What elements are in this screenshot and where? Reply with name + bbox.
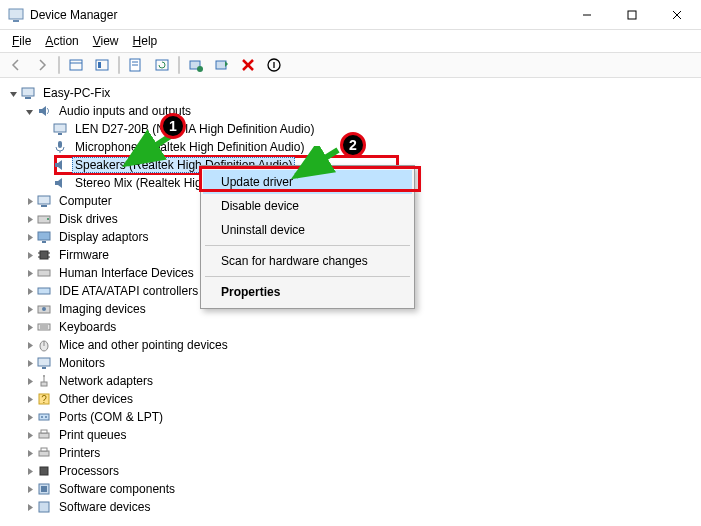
svg-rect-23 bbox=[58, 133, 62, 135]
expander-closed-icon[interactable] bbox=[22, 410, 36, 424]
tree-category-label: IDE ATA/ATAPI controllers bbox=[56, 283, 201, 299]
refresh-button[interactable] bbox=[150, 54, 174, 76]
tree-category-network[interactable]: Network adapters bbox=[4, 372, 697, 390]
forward-button[interactable] bbox=[30, 54, 54, 76]
tree-item-label: LEN D27-20B (NVIDIA High Definition Audi… bbox=[72, 121, 317, 137]
title-bar: Device Manager bbox=[0, 0, 701, 30]
monitor-icon bbox=[36, 355, 52, 371]
svg-rect-57 bbox=[39, 451, 49, 456]
printer-icon bbox=[36, 445, 52, 461]
expander-open-icon[interactable] bbox=[22, 104, 36, 118]
speaker-icon bbox=[52, 175, 68, 191]
menu-bar: File Action View Help bbox=[0, 30, 701, 52]
help-topics-button[interactable] bbox=[90, 54, 114, 76]
svg-rect-45 bbox=[38, 358, 50, 366]
tree-root[interactable]: Easy-PC-Fix bbox=[4, 84, 697, 102]
ctx-scan-hardware[interactable]: Scan for hardware changes bbox=[203, 249, 412, 273]
svg-rect-36 bbox=[38, 270, 50, 276]
tree-category-keyboards[interactable]: Keyboards bbox=[4, 318, 697, 336]
ctx-properties[interactable]: Properties bbox=[203, 280, 412, 304]
svg-point-15 bbox=[197, 66, 203, 72]
expander-closed-icon[interactable] bbox=[22, 338, 36, 352]
expander-closed-icon[interactable] bbox=[22, 428, 36, 442]
show-hide-console-button[interactable] bbox=[64, 54, 88, 76]
close-button[interactable] bbox=[654, 0, 699, 30]
tree-category-processors[interactable]: Processors bbox=[4, 462, 697, 480]
svg-rect-20 bbox=[22, 88, 34, 96]
back-button[interactable] bbox=[4, 54, 28, 76]
svg-point-39 bbox=[42, 307, 46, 311]
tree-item-label: Microphone (Realtek High Definition Audi… bbox=[72, 139, 307, 155]
ctx-separator bbox=[205, 245, 410, 246]
scan-hardware-button[interactable] bbox=[210, 54, 234, 76]
tree-category-printers[interactable]: Printers bbox=[4, 444, 697, 462]
tree-category-label: Network adapters bbox=[56, 373, 156, 389]
svg-rect-22 bbox=[54, 124, 66, 132]
tree-item-lenovo[interactable]: LEN D27-20B (NVIDIA High Definition Audi… bbox=[4, 120, 697, 138]
svg-point-49 bbox=[43, 375, 45, 377]
tree-category-swdev[interactable]: Software devices bbox=[4, 498, 697, 516]
speaker-icon bbox=[36, 103, 52, 119]
expander-closed-icon[interactable] bbox=[22, 284, 36, 298]
ctx-disable-device[interactable]: Disable device bbox=[203, 194, 412, 218]
svg-rect-6 bbox=[70, 60, 82, 70]
svg-rect-40 bbox=[38, 324, 50, 330]
speaker-icon bbox=[52, 157, 68, 173]
tree-category-label: Audio inputs and outputs bbox=[56, 103, 194, 119]
minimize-button[interactable] bbox=[564, 0, 609, 30]
svg-text:?: ? bbox=[41, 394, 47, 405]
expander-closed-icon[interactable] bbox=[22, 230, 36, 244]
chip-icon bbox=[36, 247, 52, 263]
tree-category-ports[interactable]: Ports (COM & LPT) bbox=[4, 408, 697, 426]
app-icon bbox=[8, 7, 24, 23]
svg-point-54 bbox=[45, 416, 47, 418]
svg-rect-58 bbox=[41, 448, 47, 451]
expander-closed-icon[interactable] bbox=[22, 482, 36, 496]
tree-category-audio[interactable]: Audio inputs and outputs bbox=[4, 102, 697, 120]
menu-view[interactable]: View bbox=[87, 32, 125, 50]
menu-file[interactable]: File bbox=[6, 32, 37, 50]
expander-closed-icon[interactable] bbox=[22, 464, 36, 478]
expander-closed-icon[interactable] bbox=[22, 374, 36, 388]
expander-open-icon[interactable] bbox=[6, 86, 20, 100]
toolbar bbox=[0, 52, 701, 78]
tree-category-swcomp[interactable]: Software components bbox=[4, 480, 697, 498]
expander-closed-icon[interactable] bbox=[22, 446, 36, 460]
tree-category-monitors[interactable]: Monitors bbox=[4, 354, 697, 372]
update-driver-button[interactable] bbox=[184, 54, 208, 76]
menu-help[interactable]: Help bbox=[127, 32, 164, 50]
tree-item-microphone[interactable]: Microphone (Realtek High Definition Audi… bbox=[4, 138, 697, 156]
ctx-update-driver[interactable]: Update driver bbox=[203, 170, 412, 194]
tree-category-printq[interactable]: Print queues bbox=[4, 426, 697, 444]
tree-category-label: Keyboards bbox=[56, 319, 119, 335]
uninstall-device-button[interactable] bbox=[236, 54, 260, 76]
window-title: Device Manager bbox=[30, 8, 564, 22]
ctx-uninstall-device[interactable]: Uninstall device bbox=[203, 218, 412, 242]
controller-icon bbox=[36, 283, 52, 299]
expander-closed-icon[interactable] bbox=[22, 320, 36, 334]
expander-closed-icon[interactable] bbox=[22, 500, 36, 514]
menu-action[interactable]: Action bbox=[39, 32, 84, 50]
expander-closed-icon[interactable] bbox=[22, 392, 36, 406]
computer-icon bbox=[20, 85, 36, 101]
tree-category-other[interactable]: ?Other devices bbox=[4, 390, 697, 408]
port-icon bbox=[36, 409, 52, 425]
maximize-button[interactable] bbox=[609, 0, 654, 30]
chip-icon bbox=[36, 463, 52, 479]
expander-closed-icon[interactable] bbox=[22, 194, 36, 208]
svg-rect-3 bbox=[628, 11, 636, 19]
tree-category-label: Software devices bbox=[56, 499, 153, 515]
expander-closed-icon[interactable] bbox=[22, 266, 36, 280]
tree-category-mice[interactable]: Mice and other pointing devices bbox=[4, 336, 697, 354]
properties-button[interactable] bbox=[124, 54, 148, 76]
svg-rect-29 bbox=[38, 232, 50, 240]
expander-closed-icon[interactable] bbox=[22, 356, 36, 370]
toolbar-separator bbox=[58, 56, 60, 74]
expander-closed-icon[interactable] bbox=[22, 212, 36, 226]
svg-rect-8 bbox=[96, 60, 108, 70]
svg-rect-31 bbox=[40, 251, 48, 259]
expander-closed-icon[interactable] bbox=[22, 302, 36, 316]
tree-category-label: Computer bbox=[56, 193, 115, 209]
expander-closed-icon[interactable] bbox=[22, 248, 36, 262]
disable-device-button[interactable] bbox=[262, 54, 286, 76]
